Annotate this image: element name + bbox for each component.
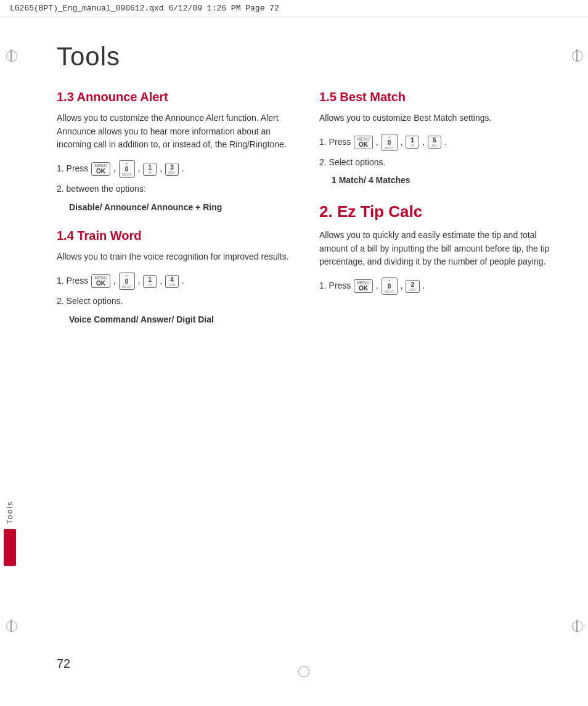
ez-tip-calc-description: Allows you to quickly and easily estimat…	[319, 229, 557, 269]
page-container: Tools Tools 1.3 Announce Alert Allows yo…	[0, 17, 588, 689]
reg-mark-bottom-center	[298, 666, 309, 677]
best-match-step1-prefix: 1. Press	[319, 136, 351, 146]
best-match-step2: 2. Select options.	[319, 156, 557, 170]
announce-alert-step2-prefix: 2. between the options:	[57, 184, 146, 194]
announce-alert-step1-prefix: 1. Press	[57, 163, 88, 173]
key-3-def-1: 3 DEF	[165, 163, 179, 176]
columns: 1.3 Announce Alert Allows you to customi…	[57, 90, 557, 342]
ez-tip-calc-step1: 1. Press MENU OK , + 0 NEXT ,	[319, 277, 557, 295]
col-left: 1.3 Announce Alert Allows you to customi…	[57, 90, 295, 342]
key-5-jkl-1: 5 JKL	[428, 136, 441, 149]
key-0-next-2: + 0 NEXT	[119, 273, 135, 290]
side-tab: Tools	[0, 17, 20, 689]
side-tab-bar	[4, 529, 16, 566]
best-match-description: Allows you to customize Best Match setti…	[319, 112, 557, 125]
section-best-match: 1.5 Best Match Allows you to customize B…	[319, 90, 557, 187]
announce-alert-options: Disable/ Announce/ Announce + Ring	[69, 202, 222, 212]
best-match-step2-prefix: 2. Select options.	[319, 157, 385, 167]
train-word-step2-bold: Voice Command/ Answer/ Digit Dial	[69, 313, 295, 327]
section-heading-best-match: 1.5 Best Match	[319, 90, 557, 104]
key-1-msg-1: 1 ✉	[143, 163, 157, 176]
train-word-options: Voice Command/ Answer/ Digit Dial	[69, 314, 214, 324]
best-match-step1: 1. Press MENU OK , + 0 NEXT ,	[319, 134, 557, 151]
section-announce-alert: 1.3 Announce Alert Allows you to customi…	[57, 90, 295, 214]
page-number: 72	[57, 657, 70, 671]
key-2-abc-1: 2 ABC	[406, 280, 419, 293]
announce-alert-step2-bold: Disable/ Announce/ Announce + Ring	[69, 201, 295, 215]
key-1-msg-2: 1 ✉	[143, 275, 157, 288]
train-word-description: Allows you to train the voice recognitio…	[57, 250, 295, 264]
main-content: Tools 1.3 Announce Alert Allows you to c…	[20, 17, 588, 689]
train-word-step2: 2. Select options.	[57, 295, 295, 308]
section-ez-tip-calc: 2. Ez Tip Calc Allows you to quickly and…	[319, 202, 557, 295]
announce-alert-step1: 1. Press MENU OK , + 0 NEXT ,	[57, 160, 295, 178]
section-heading-train-word: 1.4 Train Word	[57, 229, 295, 243]
best-match-step2-bold: 1 Match/ 4 Matches	[332, 174, 557, 187]
key-menu-ok-3: MENU OK	[354, 136, 373, 149]
side-tab-label: Tools	[6, 501, 14, 524]
announce-alert-description: Allows you to customize the Announce Ale…	[57, 112, 295, 152]
header-bar: LG265(BPT)_Eng_manual_090612.qxd 6/12/09…	[0, 0, 588, 17]
key-4-ghi-1: 4 GHI	[165, 275, 179, 288]
section-heading-announce-alert: 1.3 Announce Alert	[57, 90, 295, 104]
key-menu-ok-1: MENU OK	[91, 162, 110, 176]
section-heading-ez-tip-calc: 2. Ez Tip Calc	[319, 202, 557, 221]
train-word-step1: 1. Press MENU OK , + 0 NEXT ,	[57, 273, 295, 290]
best-match-options: 1 Match/ 4 Matches	[332, 175, 410, 185]
key-0-next-4: + 0 NEXT	[382, 277, 398, 295]
train-word-step1-prefix: 1. Press	[57, 276, 88, 285]
train-word-step2-prefix: 2. Select options.	[57, 296, 123, 306]
key-menu-ok-4: MENU OK	[354, 279, 373, 293]
key-0-next-3: + 0 NEXT	[382, 134, 398, 151]
key-0-next-1: + 0 NEXT	[119, 160, 135, 178]
announce-alert-step2: 2. between the options:	[57, 183, 295, 196]
ez-tip-calc-step1-prefix: 1. Press	[319, 281, 351, 290]
section-train-word: 1.4 Train Word Allows you to train the v…	[57, 229, 295, 326]
key-1-msg-3: 1 ✉	[406, 136, 419, 149]
header-text: LG265(BPT)_Eng_manual_090612.qxd 6/12/09…	[10, 4, 279, 13]
key-menu-ok-2: MENU OK	[91, 274, 110, 288]
page-title: Tools	[57, 42, 557, 72]
col-right: 1.5 Best Match Allows you to customize B…	[319, 90, 557, 342]
